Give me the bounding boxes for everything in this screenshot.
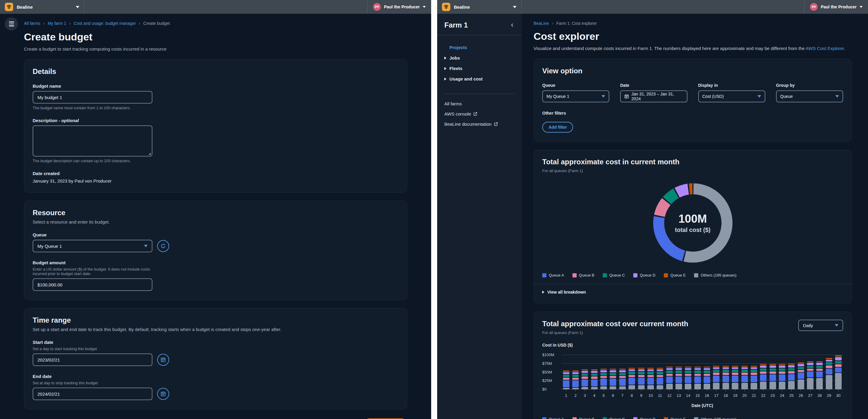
breadcrumb-separator-icon: ›: [139, 21, 141, 26]
legend-swatch: [542, 417, 547, 419]
bar-segment-queue-b: [676, 374, 682, 376]
bar-segment-queue-e: [685, 366, 691, 367]
breadcrumb-item-cost-and-usage-budget-manager[interactable]: Cost and usage: budget manager: [74, 21, 136, 26]
farm-title: Farm 1: [444, 21, 468, 29]
budget-name-input[interactable]: My budget 1: [33, 91, 152, 103]
bar-segment-queue-b: [619, 376, 626, 378]
bar-segment-others-195-queues: [732, 383, 738, 389]
bar-segment-others-195-queues: [798, 380, 804, 389]
sidebar-link-all-farms[interactable]: All farms: [444, 101, 515, 106]
bar-segment-queue-c: [591, 374, 598, 376]
resize-grip-icon[interactable]: [148, 152, 151, 155]
end-date-input[interactable]: 2024/02/21: [33, 388, 152, 400]
sidebar-item-label: Fleets: [450, 66, 462, 71]
x-tick-label: 2: [571, 393, 580, 398]
bar-segment-queue-b: [741, 373, 748, 375]
x-tick: [599, 389, 608, 391]
bar-segment-queue-e: [732, 366, 738, 366]
sidebar-item-usage-and-cost[interactable]: Usage and cost: [437, 74, 522, 84]
interval-select[interactable]: Daily: [798, 320, 843, 331]
description-textarea[interactable]: [33, 125, 152, 157]
x-tick: [693, 389, 702, 391]
bar-segment-queue-a: [835, 367, 842, 373]
display-in-select[interactable]: Cost (USD): [698, 90, 765, 102]
view-option-card: View option Queue My Queue 1 Date: [533, 59, 852, 142]
bar-segment-queue-b: [751, 373, 757, 375]
legend-item-queue-c: Queue C: [603, 273, 625, 278]
chevron-down-icon: [601, 95, 605, 98]
bar-segment-queue-d: [647, 369, 654, 371]
start-date-input[interactable]: 2023/02/21: [33, 353, 152, 366]
legend-swatch: [633, 273, 638, 278]
queue-select[interactable]: My Queue 1: [33, 240, 152, 252]
description-helper: The budget description can contain up to…: [33, 159, 399, 163]
sidebar-link-bealine-documentation[interactable]: BeaLine documentation: [444, 122, 515, 127]
x-tick: [655, 389, 665, 391]
bar-slot-24: [777, 364, 786, 389]
budget-name-label: Budget name: [33, 84, 399, 89]
bar-day-15: [694, 366, 701, 389]
x-tick: [561, 389, 571, 391]
bar-segment-queue-b: [713, 373, 719, 375]
sidebar-item-fleets[interactable]: Fleets: [437, 63, 522, 74]
bar-slot-1: [561, 370, 571, 389]
service-menu[interactable]: Bealine: [437, 0, 522, 14]
queue-filter-select[interactable]: My Queue 1: [542, 90, 609, 102]
donut-center-value: 100M: [679, 213, 707, 225]
bar-segment-queue-b: [572, 378, 579, 380]
breadcrumb-item-my-farm-1[interactable]: My farm 1: [48, 21, 66, 26]
bar-segment-queue-d: [770, 365, 776, 367]
user-menu[interactable]: PP Paul the Producer: [804, 0, 868, 14]
budget-amount-label: Budget amount: [33, 260, 399, 265]
aws-cost-explorer-link[interactable]: AWS Cost Explorer: [806, 46, 844, 51]
x-tick-label: 18: [721, 393, 730, 398]
view-all-breakdown-toggle[interactable]: View all breakdown: [542, 284, 843, 294]
date-range-input[interactable]: Jan 31, 2023 – Jan 31, 2024: [620, 90, 687, 102]
start-date-calendar-button[interactable]: [157, 354, 169, 366]
x-tick-label: 7: [618, 393, 627, 398]
bar-slot-21: [749, 366, 758, 389]
legend-item-queue-d: Queue D: [633, 273, 655, 278]
bar-segment-queue-c: [704, 370, 710, 373]
service-menu[interactable]: Bealine: [0, 0, 85, 14]
x-tick-label: 29: [824, 393, 834, 398]
bar-segment-queue-a: [751, 376, 757, 382]
collapse-sidebar-icon[interactable]: [510, 23, 515, 27]
x-tick-label: 27: [805, 393, 815, 398]
bar-slot-27: [805, 361, 815, 389]
bar-segment-queue-a: [713, 376, 719, 382]
bar-segment-queue-c: [600, 373, 607, 375]
budget-amount-input[interactable]: $100,000.00: [33, 278, 152, 291]
bar-segment-queue-e: [647, 368, 654, 369]
bar-day-1: [563, 370, 569, 389]
bar-segment-others-195-queues: [638, 385, 645, 389]
bar-slot-16: [702, 366, 711, 389]
budget-amount-helper: Enter a US dollar amount ($) of the budg…: [33, 267, 161, 276]
y-tick-label: $75M: [542, 361, 558, 366]
end-date-calendar-button[interactable]: [157, 388, 169, 400]
group-by-select[interactable]: Queue: [776, 90, 843, 102]
sidebar-link-aws-console[interactable]: AWS console: [444, 111, 515, 117]
bar-segment-queue-c: [685, 370, 691, 373]
sidebar-item-jobs[interactable]: Jobs: [437, 53, 522, 63]
breadcrumb-separator-icon: ›: [552, 21, 553, 26]
sidebar-item-projects[interactable]: Projects: [437, 42, 522, 53]
breadcrumb-item-all-farms[interactable]: All farms: [24, 21, 40, 26]
window-cost-explorer: Bealine PP Paul the Producer Farm 1 Proj…: [437, 0, 868, 419]
bar-segment-queue-a: [610, 379, 616, 385]
x-tick: [824, 389, 834, 391]
page-description: Visualize and understand compute costs i…: [533, 46, 852, 51]
user-menu[interactable]: PP Paul the Producer: [367, 0, 431, 14]
bar-segment-queue-e: [807, 361, 813, 362]
bar-segment-queue-a: [741, 376, 748, 382]
x-tick: [702, 389, 711, 391]
refresh-button[interactable]: [157, 240, 169, 252]
bar-segment-queue-e: [563, 370, 569, 372]
hamburger-menu-button[interactable]: [5, 18, 18, 31]
breadcrumb-item-bealine[interactable]: BeaLine: [533, 21, 549, 26]
start-date-helper: Set a day to start tracking this budget: [33, 347, 161, 351]
bar-slot-4: [590, 369, 599, 389]
legend-swatch: [633, 417, 638, 419]
add-filter-button[interactable]: Add filter: [542, 122, 573, 133]
bar-segment-queue-a: [619, 379, 626, 385]
